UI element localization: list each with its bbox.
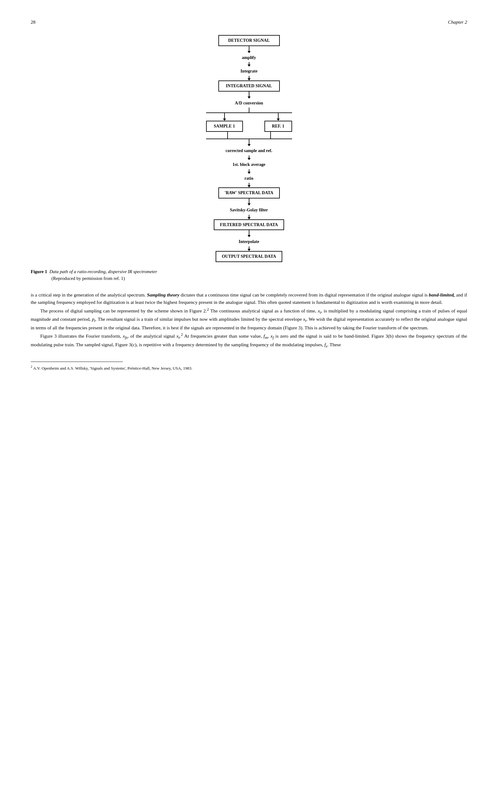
figure-label: Figure 1 bbox=[31, 269, 47, 274]
savitsky-golay-label: Savitsky-Golay filter bbox=[230, 207, 268, 214]
footnote-text: A.V. Openheim and A.S. Willsky, 'Signals… bbox=[33, 366, 193, 371]
figure-subtitle: (Reproduced by permission from ref. 1) bbox=[31, 276, 125, 281]
integrate-label: Integrate bbox=[240, 68, 257, 75]
page-number: 28 bbox=[31, 18, 36, 26]
block-average-label: 1st. block average bbox=[232, 161, 265, 168]
paragraph-3: Figure 3 illustrates the Fourier transfo… bbox=[31, 331, 467, 349]
paragraph-1: is a critical step in the generation of … bbox=[31, 291, 467, 306]
raw-spectral-data-box: 'RAW' SPECTRAL DATA bbox=[218, 187, 280, 198]
flowchart: DETECTOR SIGNAL amplify Integrate INTEGR… bbox=[31, 35, 467, 262]
integrated-signal-box: INTEGRATED SIGNAL bbox=[218, 80, 280, 92]
output-spectral-data-box: OUTPUT SPECTRAL DATA bbox=[216, 251, 282, 262]
figure-caption: Figure 1 Data path of a ratio-recording,… bbox=[31, 268, 467, 282]
corrected-sample-label: corrected sample and ref. bbox=[226, 147, 272, 154]
ad-conversion-label: A/D conversion bbox=[235, 100, 263, 107]
chapter-title: Chapter 2 bbox=[448, 18, 467, 26]
paragraph-2: The process of digital sampling can be r… bbox=[31, 306, 467, 332]
ratio-label: ratio bbox=[244, 175, 253, 182]
filtered-spectral-data-box: FILTERED SPECTRAL DATA bbox=[214, 219, 284, 230]
ref1-box: REF. 1 bbox=[264, 121, 292, 132]
sample1-box: SAMPLE 1 bbox=[206, 121, 243, 132]
detector-signal-box: DETECTOR SIGNAL bbox=[218, 35, 280, 46]
page-header: 28 Chapter 2 bbox=[31, 18, 467, 26]
footnote-number: 2 bbox=[31, 365, 32, 368]
footnote-separator bbox=[31, 362, 123, 362]
interpolate-label: Interpolate bbox=[239, 238, 259, 245]
figure-title: Data path of a ratio-recording, dispersi… bbox=[49, 269, 157, 274]
amplify-label: amplify bbox=[242, 54, 256, 61]
main-text: is a critical step in the generation of … bbox=[31, 291, 467, 350]
footnote: 2 A.V. Openheim and A.S. Willsky, 'Signa… bbox=[31, 364, 467, 371]
